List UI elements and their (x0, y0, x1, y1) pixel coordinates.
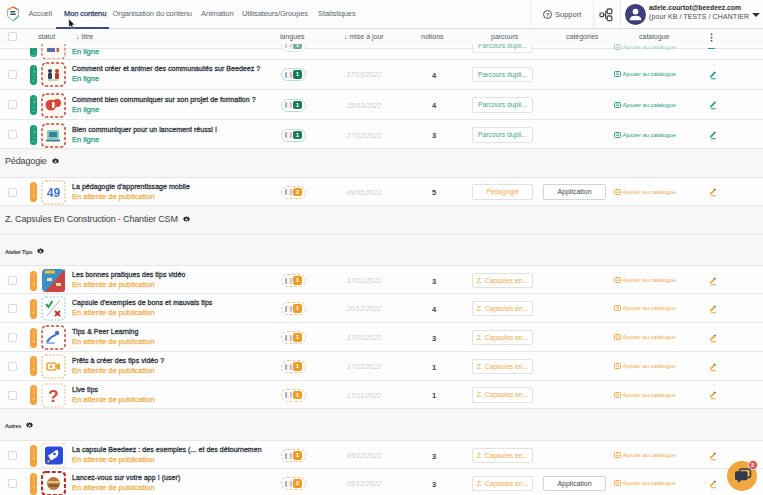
svg-text:49: 49 (47, 186, 61, 200)
svg-text:?: ? (48, 386, 58, 405)
